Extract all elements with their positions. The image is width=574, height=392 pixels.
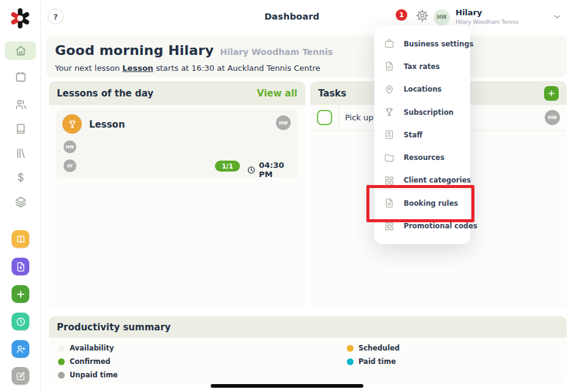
lesson-title: Lesson — [89, 119, 125, 130]
grid-icon — [383, 175, 395, 186]
menu-item-label: Staff — [404, 131, 423, 139]
legend-label: Confirmed — [70, 357, 111, 366]
lessons-card-header: Lessons of the day View all — [49, 81, 305, 105]
folder-icon — [383, 152, 395, 164]
nav-clients-icon[interactable] — [5, 95, 36, 114]
clock-button[interactable] — [12, 313, 29, 330]
add-button[interactable] — [12, 285, 29, 303]
id-badge-icon — [383, 129, 395, 140]
document-icon — [383, 197, 395, 209]
app-root: ? Dashboard 1 HW Hilary Hilary Woodham T… — [0, 0, 574, 392]
next-lesson-line: Your next lesson Lesson starts at 16:30 … — [55, 64, 558, 73]
menu-item-client-categories[interactable]: Client categories — [374, 169, 470, 192]
task-assignee-avatar[interactable]: HW — [545, 110, 560, 125]
user-avatar[interactable]: HW — [434, 9, 450, 26]
nav-payments-icon[interactable] — [5, 169, 36, 187]
confirmed-dot — [58, 358, 65, 365]
user-business-name: Hilary Woodham Tennis — [456, 19, 518, 25]
lessons-card-body: Lesson HW HW AT 1/1 04:30 PM — [49, 105, 305, 308]
menu-item-label: Tax rates — [404, 62, 440, 71]
menu-item-tax-rates[interactable]: Tax rates — [374, 55, 470, 78]
briefcase-icon — [383, 38, 395, 49]
menu-item-label: Business settings — [404, 40, 473, 48]
productivity-summary-card: Productivity summary Availability Confir… — [49, 316, 567, 383]
menu-item-business-settings[interactable]: Business settings — [374, 32, 470, 55]
nav-book-icon[interactable] — [5, 120, 36, 138]
lesson-item[interactable]: Lesson HW HW AT 1/1 04:30 PM — [56, 109, 298, 178]
nav-library-icon[interactable] — [5, 144, 36, 162]
app-logo-icon[interactable] — [8, 6, 32, 31]
greeting-section: Good morning Hilary Hilary Woodham Tenni… — [46, 35, 567, 78]
legend-label: Unpaid time — [70, 371, 118, 379]
legend-label: Paid time — [358, 357, 396, 366]
legend-item-paid-time: Paid time — [347, 357, 396, 366]
add-task-button[interactable] — [544, 86, 559, 101]
menu-item-label: Client categories — [404, 176, 471, 184]
user-name: Hilary — [456, 9, 518, 18]
trophy-icon — [383, 106, 395, 118]
menu-item-label: Locations — [404, 85, 441, 93]
menu-item-label: Resources — [404, 153, 445, 162]
availability-dot — [58, 345, 65, 352]
menu-item-resources[interactable]: Resources — [374, 146, 470, 169]
menu-item-subscription[interactable]: Subscription — [374, 101, 470, 123]
next-lesson-link[interactable]: Lesson — [122, 64, 153, 73]
lesson-attendee-avatar[interactable]: AT — [64, 159, 76, 172]
legend-item-confirmed: Confirmed — [58, 357, 111, 366]
settings-gear-icon[interactable] — [415, 9, 429, 23]
settings-dropdown-menu: Business settings Tax rates Locations Su… — [374, 26, 470, 244]
legend-label: Availability — [70, 344, 114, 352]
user-menu[interactable]: HW Hilary Hilary Woodham Tennis — [434, 7, 526, 27]
lesson-attendee-avatar[interactable]: HW — [64, 140, 76, 153]
page-title: Dashboard — [246, 12, 338, 21]
document-icon — [383, 60, 395, 72]
legend-item-availability: Availability — [58, 344, 114, 352]
greeting-business: Hilary Woodham Tennis — [220, 47, 333, 57]
productivity-header: Productivity summary — [49, 316, 567, 338]
lesson-time: 04:30 PM — [259, 161, 298, 179]
help-button[interactable]: ? — [48, 9, 64, 24]
task-checkbox[interactable] — [317, 110, 332, 125]
tasks-card-title: Tasks — [318, 88, 346, 99]
clock-icon — [247, 165, 256, 175]
menu-item-staff[interactable]: Staff — [374, 123, 470, 146]
nav-calendar-icon[interactable] — [5, 68, 36, 86]
menu-item-label: Subscription — [404, 108, 454, 117]
scheduled-dot — [347, 345, 354, 352]
open-book-button[interactable] — [12, 230, 29, 248]
user-plus-button[interactable] — [12, 340, 29, 358]
productivity-title: Productivity summary — [57, 322, 171, 333]
nav-layers-icon[interactable] — [5, 193, 36, 211]
lesson-coach-avatar[interactable]: HW — [276, 115, 291, 130]
view-all-link[interactable]: View all — [257, 88, 297, 99]
location-pin-icon — [383, 84, 395, 95]
grid-icon — [383, 220, 395, 232]
trophy-icon — [62, 114, 82, 134]
paid-time-dot — [347, 358, 354, 365]
chevron-down-icon[interactable] — [553, 12, 562, 21]
task-divider — [338, 105, 339, 131]
attendance-count-badge: 1/1 — [215, 161, 240, 172]
notification-badge[interactable]: 1 — [396, 9, 407, 21]
lessons-card-title: Lessons of the day — [57, 88, 153, 99]
unpaid-time-dot — [58, 372, 65, 379]
menu-item-booking-rules[interactable]: Booking rules — [374, 192, 470, 214]
menu-item-label: Promotional codes — [404, 222, 478, 230]
edit-button[interactable] — [12, 367, 29, 385]
productivity-body: Availability Confirmed Unpaid time Sched… — [49, 338, 567, 383]
legend-item-unpaid-time: Unpaid time — [58, 371, 118, 379]
nav-home-icon[interactable] — [5, 42, 36, 60]
sidebar — [0, 0, 41, 392]
next-lesson-prefix: Your next lesson — [55, 64, 120, 73]
legend-item-scheduled: Scheduled — [347, 344, 399, 352]
menu-item-locations[interactable]: Locations — [374, 78, 470, 101]
menu-item-promotional-codes[interactable]: Promotional codes — [374, 214, 470, 237]
home-indicator-bar[interactable] — [211, 384, 363, 388]
lessons-card: Lessons of the day View all Lesson HW HW… — [49, 81, 305, 308]
menu-item-label: Booking rules — [404, 199, 458, 208]
greeting-title: Good morning Hilary — [55, 43, 214, 58]
legend-label: Scheduled — [358, 344, 399, 352]
file-plus-button[interactable] — [12, 258, 29, 275]
next-lesson-suffix: starts at 16:30 at Auckland Tennis Centr… — [156, 64, 320, 73]
